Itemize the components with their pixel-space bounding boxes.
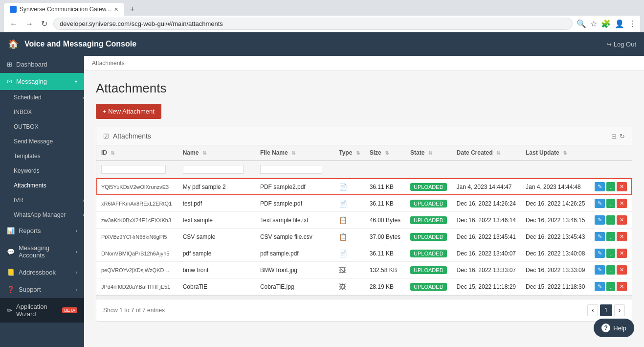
cell-state: UPLOADED xyxy=(405,262,452,278)
download-button[interactable]: ↓ xyxy=(606,249,615,258)
sidebar-item-reports[interactable]: 📊 Reports › xyxy=(0,222,84,239)
cell-name: pdf sample xyxy=(178,245,255,262)
cell-id: zw3aKrK0BxX24E1cEXXKh3 xyxy=(96,212,178,229)
download-button[interactable]: ↓ xyxy=(606,199,615,208)
file-type-icon: 📄 xyxy=(339,183,347,191)
table-card-actions: ⊟ ↻ xyxy=(611,133,625,140)
sidebar-item-messaging[interactable]: ✉ Messaging ▾ xyxy=(0,73,84,90)
sidebar-item-inbox[interactable]: INBOX xyxy=(0,105,84,119)
help-button[interactable]: ? Help xyxy=(594,319,634,337)
edit-button[interactable]: ✎ xyxy=(595,215,605,225)
sidebar-item-send-message[interactable]: Send Message xyxy=(0,134,84,149)
sidebar-item-app-wizard[interactable]: ✏ Application Wizard BETA xyxy=(0,298,84,323)
refresh-icon[interactable]: ↻ xyxy=(620,133,625,140)
new-tab-button[interactable]: + xyxy=(126,3,138,16)
sidebar-item-templates[interactable]: Templates xyxy=(0,149,84,163)
delete-button[interactable]: ✕ xyxy=(617,215,627,225)
download-button[interactable]: ↓ xyxy=(606,232,615,241)
sidebar-item-keywords[interactable]: Keywords xyxy=(0,163,84,178)
file-type-icon: 📄 xyxy=(339,200,347,208)
edit-button[interactable]: ✎ xyxy=(595,232,605,241)
app-container: 🏠 Voice and Messaging Console ↪ Log Out … xyxy=(0,32,644,347)
delete-button[interactable]: ✕ xyxy=(617,249,627,258)
active-tab[interactable]: Syniverse Communication Gatew... ✕ xyxy=(4,3,124,16)
menu-icon[interactable]: ⋮ xyxy=(628,19,636,28)
sidebar-item-outbox[interactable]: OUTBOX xyxy=(0,119,84,134)
prev-page-button[interactable]: ‹ xyxy=(587,304,598,316)
edit-button[interactable]: ✎ xyxy=(595,282,605,291)
download-button[interactable]: ↓ xyxy=(606,182,615,191)
delete-button[interactable]: ✕ xyxy=(617,282,627,291)
cell-state: UPLOADED xyxy=(405,245,452,262)
sidebar-item-whatsapp[interactable]: WhatsApp Manager › xyxy=(0,208,84,222)
table-row[interactable]: DNonVBMlQaPrS12h6Ajyh5 pdf sample pdf sa… xyxy=(96,245,632,262)
logout-button[interactable]: ↪ Log Out xyxy=(606,41,636,48)
sidebar-item-dashboard[interactable]: ⊞ Dashboard xyxy=(0,56,84,73)
col-id[interactable]: ID ⇅ xyxy=(96,145,178,161)
cell-date-created: Dec 16, 2022 14:26:24 xyxy=(452,195,521,212)
edit-button[interactable]: ✎ xyxy=(595,249,605,258)
back-button[interactable]: ← xyxy=(8,19,20,29)
sidebar-label-inbox: INBOX xyxy=(14,109,32,116)
cell-state: UPLOADED xyxy=(405,195,452,212)
collapse-icon[interactable]: ⊟ xyxy=(611,133,617,140)
extension-icon[interactable]: 🧩 xyxy=(601,19,611,28)
table-row[interactable]: xR6lAFFKmAx8RExL2ERtQ1 test.pdf PDF samp… xyxy=(96,195,632,212)
logout-icon: ↪ xyxy=(606,41,612,48)
filter-id[interactable] xyxy=(101,165,166,174)
edit-button[interactable]: ✎ xyxy=(595,265,605,275)
sidebar-item-attachments[interactable]: Attachments xyxy=(0,178,84,193)
support-icon: ❓ xyxy=(7,286,15,293)
filter-filename[interactable] xyxy=(260,165,322,174)
sidebar-item-support[interactable]: ❓ Support › xyxy=(0,281,84,298)
bookmark-icon[interactable]: ☆ xyxy=(590,19,597,28)
next-page-button[interactable]: › xyxy=(614,304,625,316)
table-card-checkbox[interactable]: ☑ xyxy=(103,133,109,140)
new-attachment-button[interactable]: + New Attachment xyxy=(96,104,161,119)
col-size[interactable]: Size ⇅ xyxy=(365,145,405,161)
sidebar-label-support: Support xyxy=(19,286,41,293)
sidebar-item-messaging-accounts[interactable]: 💬 Messaging Accounts › xyxy=(0,239,84,264)
page-1-button[interactable]: 1 xyxy=(600,304,612,316)
reload-button[interactable]: ↻ xyxy=(39,18,49,29)
col-name[interactable]: Name ⇅ xyxy=(178,145,255,161)
url-input[interactable] xyxy=(53,18,573,30)
sidebar-item-addressbook[interactable]: 📒 Addressbook › xyxy=(0,264,84,281)
table-card-title: Attachments xyxy=(113,132,151,140)
cell-actions: ✎ ↓ ✕ xyxy=(590,245,632,262)
col-actions xyxy=(590,145,632,161)
download-button[interactable]: ↓ xyxy=(606,265,615,275)
table-scrollbar[interactable] xyxy=(96,295,632,299)
download-button[interactable]: ↓ xyxy=(606,282,615,291)
download-button[interactable]: ↓ xyxy=(606,215,615,225)
tab-close-button[interactable]: ✕ xyxy=(114,6,118,13)
edit-button[interactable]: ✎ xyxy=(595,199,605,208)
cell-actions: ✎ ↓ ✕ xyxy=(590,178,632,195)
col-type[interactable]: Type ⇅ xyxy=(334,145,364,161)
delete-button[interactable]: ✕ xyxy=(617,199,627,208)
col-state[interactable]: State ⇅ xyxy=(405,145,452,161)
table-row[interactable]: YQl5YuKDsV2wOlXrunzvE3 My pdf sample 2 P… xyxy=(96,178,632,195)
edit-button[interactable]: ✎ xyxy=(595,182,605,191)
profile-icon[interactable]: 👤 xyxy=(615,19,624,28)
cell-filename: BMW front.jpg xyxy=(255,262,334,278)
search-icon[interactable]: 🔍 xyxy=(577,19,586,28)
col-last-update[interactable]: Last Update ⇅ xyxy=(521,145,590,161)
sidebar-item-ivr[interactable]: IVR › xyxy=(0,193,84,208)
cell-type: 📋 xyxy=(334,229,364,245)
cell-name: CSV sample xyxy=(178,229,255,245)
table-row[interactable]: peQVROYv2jXDsjWzQKDBg5 bmw front BMW fro… xyxy=(96,262,632,278)
table-row[interactable]: PiXVBz9YCHrN68kiN6gPl5 CSV sample CSV sa… xyxy=(96,229,632,245)
file-type-icon: 🖼 xyxy=(339,266,346,274)
forward-button[interactable]: → xyxy=(23,19,35,29)
sidebar-item-scheduled[interactable]: Scheduled › xyxy=(0,90,84,105)
filter-name[interactable] xyxy=(183,165,244,174)
sidebar-label-templates: Templates xyxy=(14,153,41,160)
delete-button[interactable]: ✕ xyxy=(617,232,627,241)
table-row[interactable]: zw3aKrK0BxX24E1cEXXKh3 text sample Text … xyxy=(96,212,632,229)
delete-button[interactable]: ✕ xyxy=(617,182,627,191)
delete-button[interactable]: ✕ xyxy=(617,265,627,275)
col-date-created[interactable]: Date Created ⇅ xyxy=(452,145,521,161)
col-filename[interactable]: File Name ⇅ xyxy=(255,145,334,161)
table-row[interactable]: JPd4rH0D20aYBaHTHFjE51 CobraTiE CobraTiE… xyxy=(96,278,632,295)
